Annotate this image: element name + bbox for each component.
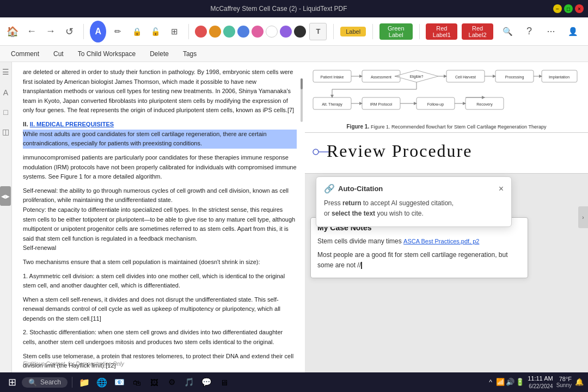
search-button[interactable]: 🔍 — [498, 22, 517, 41]
close-button[interactable]: × — [575, 4, 584, 13]
help-button[interactable]: ? — [519, 22, 539, 41]
auto-citation-popup: 🔗 Auto-Citation × Press return to accept… — [316, 176, 512, 227]
cut-button[interactable]: Cut — [48, 49, 69, 59]
color-pink[interactable] — [252, 26, 264, 38]
separator5 — [419, 24, 420, 39]
green-label-button[interactable]: Green Label — [379, 23, 413, 40]
weather-temp: 78°F — [556, 376, 572, 382]
delete-button[interactable]: Delete — [144, 49, 174, 59]
taskbar-app1[interactable]: ⚙ — [164, 375, 179, 390]
comment-button[interactable]: Comment — [5, 49, 45, 59]
document-area: are deleted or altered in order to study… — [12, 62, 305, 372]
highlighted-paragraph: While most adults are good candidates fo… — [23, 130, 297, 149]
red-label2-button[interactable]: Red Label2 — [462, 23, 493, 40]
red-label1-button[interactable]: Red Label1 — [426, 23, 457, 40]
minimize-button[interactable]: − — [553, 4, 562, 13]
svg-text:Eligible?: Eligible? — [410, 75, 424, 79]
svg-text:Implantation: Implantation — [549, 75, 569, 79]
color-orange[interactable] — [209, 26, 221, 38]
color-purple[interactable] — [280, 26, 292, 38]
grid-button[interactable]: ⊞ — [167, 22, 182, 41]
tray-network[interactable]: 📶 — [496, 378, 505, 387]
paragraph-4: Two mechanisms ensure that a stem cell p… — [23, 258, 297, 267]
color-red[interactable] — [195, 26, 207, 38]
taskbar-file-manager[interactable]: 📁 — [77, 375, 92, 390]
taskbar-system-tray: ^ 📶 🔊 🔋 11:11 AM 6/22/2024 78°F Sunny 🔔 — [486, 375, 584, 389]
tray-battery[interactable]: 🔋 — [516, 378, 524, 387]
back-button[interactable]: ← — [24, 22, 39, 41]
taskbar-app2[interactable]: 🎵 — [181, 375, 197, 390]
ac-body-bold-1: return — [342, 199, 362, 207]
color-white[interactable] — [266, 26, 278, 38]
time-display: 11:11 AM — [528, 375, 553, 382]
flowchart-area: Patient Intake Assessment Eligible? Cell… — [305, 62, 588, 133]
taskbar-photos[interactable]: 🖼 — [146, 375, 162, 390]
svg-text:Processing: Processing — [505, 75, 524, 79]
taskbar-search-bar[interactable]: 🔍 Search — [22, 377, 68, 388]
account-button[interactable]: 👤 — [563, 22, 583, 41]
sidebar-icon-pages[interactable]: □ — [2, 107, 9, 118]
sidebar-icon-bookmarks[interactable]: ◫ — [1, 126, 10, 137]
sidebar-icon-text[interactable]: A — [2, 87, 9, 98]
tray-sound[interactable]: 🔊 — [506, 378, 514, 387]
auto-citation-close-button[interactable]: × — [499, 184, 504, 194]
para7-text: 2. Stochastic differentiation: when one … — [23, 328, 297, 347]
taskbar-store[interactable]: 🛍 — [129, 375, 144, 390]
auto-citation-body: Press return to accept AI suggested cita… — [324, 198, 504, 219]
ac-body-4: you wish to cite. — [375, 210, 424, 217]
separator3 — [333, 24, 334, 39]
maximize-button[interactable]: □ — [564, 4, 573, 13]
case-notes-citation-link[interactable]: ASCA Best Practices.pdf, p2 — [403, 238, 479, 244]
yellow-label-button[interactable]: Label — [340, 27, 366, 36]
flowchart-svg: Patient Intake Assessment Eligible? Cell… — [308, 65, 585, 125]
pen-tool-button[interactable]: ✏ — [111, 22, 125, 41]
ac-body-bold-2: select the text — [332, 210, 375, 217]
para1-text: are deleted or altered in order to study… — [23, 68, 297, 115]
clock[interactable]: 11:11 AM 6/22/2024 — [528, 375, 553, 389]
scrollbar-thumb[interactable] — [301, 78, 303, 89]
to-child-workspace-button[interactable]: To Child Workspace — [72, 49, 142, 59]
color-blue[interactable] — [237, 26, 249, 38]
flowchart-caption-text: Figure 1. Recommended flowchart for Stem… — [371, 124, 547, 130]
more-button[interactable]: ··· — [541, 22, 561, 41]
case-notes-line1: Stem cells divide many times ASCA Best P… — [317, 236, 521, 247]
notification-button[interactable]: 🔔 — [575, 378, 584, 387]
refresh-button[interactable]: ↺ — [62, 22, 77, 41]
ac-body-2: to accept AI suggested citation, — [362, 199, 454, 207]
start-button[interactable]: ⊞ — [4, 375, 20, 390]
text-format-button[interactable]: T — [309, 23, 327, 40]
taskbar-app3[interactable]: 🖥 — [216, 375, 231, 390]
collapse-panel-button[interactable]: › — [578, 206, 588, 228]
forward-button[interactable]: → — [43, 22, 58, 41]
date-display: 6/22/2024 — [528, 383, 553, 390]
tray-icons: ^ 📶 🔊 🔋 — [486, 378, 524, 387]
para6-text: When a stem cell self-renews, it divides… — [23, 295, 297, 324]
home-button[interactable]: 🏠 — [5, 22, 20, 41]
svg-text:Patient Intake: Patient Intake — [321, 75, 344, 79]
tags-button[interactable]: Tags — [177, 49, 202, 59]
taskbar-edge[interactable]: 🌐 — [94, 375, 109, 390]
color-black[interactable] — [294, 26, 306, 38]
flowchart-caption: Figure 1. Figure 1. Recommended flowchar… — [347, 124, 547, 130]
context-toolbar: Comment Cut To Child Workspace Delete Ta… — [0, 46, 588, 62]
lock1-button[interactable]: 🔒 — [130, 22, 144, 41]
text-cursor — [361, 262, 362, 269]
color-teal[interactable] — [223, 26, 235, 38]
title-text: McCaffrey Stem Cell Case (2) - LiquidTex… — [4, 5, 553, 13]
ai-button[interactable]: A — [90, 21, 106, 42]
toolbar-right: 🔍 ? ··· 👤 — [498, 22, 583, 41]
taskbar-mail[interactable]: 📧 — [112, 375, 127, 390]
tray-icon-up[interactable]: ^ — [486, 378, 495, 387]
case-notes-line1-text: Stem cells divide many times — [317, 237, 403, 245]
taskbar-teams[interactable]: 💬 — [199, 375, 214, 390]
case-notes-line2-text: Most people are a good fit for stem cell… — [317, 251, 508, 269]
heading-medical-prerequisites: II. II. MEDICAL PREREQUISITES — [23, 120, 297, 130]
separator — [83, 24, 84, 39]
para2-text: immunocompromised patients are particula… — [23, 153, 297, 182]
medical-prerequisites-link[interactable]: II. MEDICAL PREREQUISITES — [30, 121, 114, 127]
sidebar-icon-menu[interactable]: ☰ — [1, 66, 10, 77]
panel-toggle-button[interactable]: ◀▶ — [0, 186, 11, 206]
svg-text:Cell Harvest: Cell Harvest — [455, 75, 476, 79]
paragraph-1: are deleted or altered in order to study… — [23, 68, 297, 115]
lock2-button[interactable]: 🔓 — [148, 22, 163, 41]
